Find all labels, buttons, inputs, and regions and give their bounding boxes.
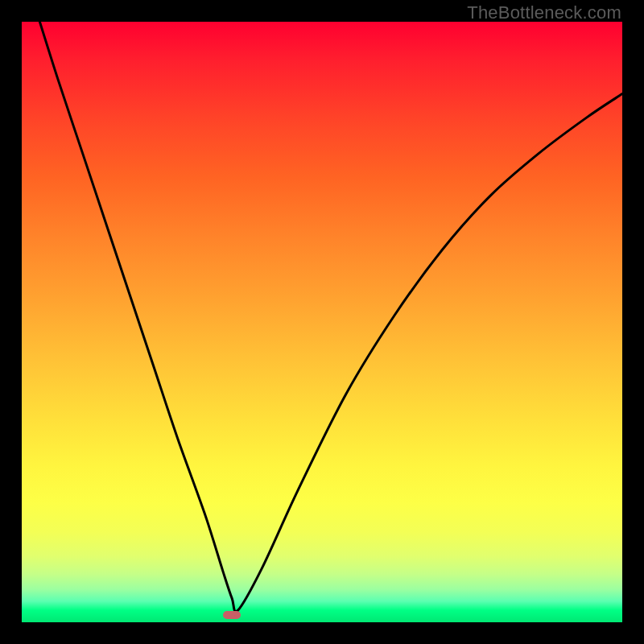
bottleneck-curve bbox=[39, 22, 622, 612]
plot-area bbox=[22, 22, 622, 622]
attribution-text: TheBottleneck.com bbox=[467, 2, 621, 23]
minimum-marker bbox=[223, 611, 241, 619]
curve-svg bbox=[22, 22, 622, 622]
